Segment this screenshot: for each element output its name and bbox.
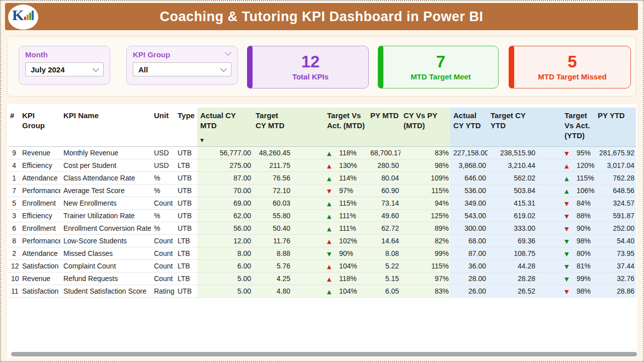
table-row[interactable]: 11SatisfactionStudent Satisfaction Score…	[8, 285, 636, 298]
cell-type[interactable]: UTB	[175, 147, 197, 159]
cell-target-vs-act-mtd[interactable]: ▲102%	[292, 235, 367, 247]
cell-target-vs-act-mtd[interactable]: ▲130%	[292, 159, 367, 172]
cell-py-ytd[interactable]: 28.86	[595, 285, 636, 298]
cell-py-mtd[interactable]: 80.04	[367, 172, 400, 185]
cell-actual-cy-ytd[interactable]: 646.00	[450, 172, 488, 185]
cell-target-cy-mtd[interactable]: 48,260.45	[253, 147, 292, 159]
cell-py-ytd[interactable]: 591.87	[595, 210, 636, 222]
cell-actual-cy-mtd[interactable]: 70.00	[197, 185, 253, 197]
cell-type[interactable]: UTB	[175, 185, 197, 197]
col-header-actual-cy-mtd[interactable]: Actual CY MTD ▼	[197, 108, 253, 147]
cell-target-vs-act-mtd[interactable]: ▲118%	[292, 147, 367, 159]
cell-unit[interactable]: %	[151, 185, 175, 197]
cell-target-vs-act-ytd[interactable]: ▼88%	[537, 210, 595, 222]
cell-kpi-name[interactable]: Class Attendance Rate	[60, 172, 151, 185]
cell-kpi-name[interactable]: Student Satisfaction Score	[60, 285, 151, 298]
cell-py-ytd[interactable]: 762.28	[595, 172, 636, 185]
cell-index[interactable]: 1	[8, 172, 19, 185]
cell-actual-cy-ytd[interactable]: 3,868.00	[450, 159, 488, 172]
cell-actual-cy-mtd[interactable]: 6.00	[197, 260, 253, 273]
cell-unit[interactable]: Rating	[151, 285, 175, 298]
cell-type[interactable]: LTB	[175, 159, 197, 172]
cell-py-ytd[interactable]: 54.40	[595, 235, 636, 247]
cell-py-ytd[interactable]: 252.00	[595, 222, 636, 235]
cell-kpi-group[interactable]: Attendance	[19, 172, 60, 185]
cell-unit[interactable]: Count	[151, 197, 175, 210]
cell-target-vs-act-mtd[interactable]: ▲115%	[292, 197, 367, 210]
cell-target-vs-act-ytd[interactable]: ▼90%	[537, 222, 595, 235]
cell-target-vs-act-ytd[interactable]: ▼81%	[537, 260, 595, 273]
cell-target-vs-act-mtd[interactable]: ▼90%	[292, 247, 367, 260]
cell-unit[interactable]: Count	[151, 235, 175, 247]
cell-actual-cy-ytd[interactable]: 300.00	[450, 222, 488, 235]
cell-actual-cy-mtd[interactable]: 275.00	[197, 159, 253, 172]
cell-py-mtd[interactable]: 49.60	[367, 210, 400, 222]
cell-target-cy-mtd[interactable]: 8.88	[253, 247, 292, 260]
cell-kpi-name[interactable]: Trainer Utilization Rate	[60, 210, 151, 222]
cell-unit[interactable]: Count	[151, 260, 175, 273]
cell-py-mtd[interactable]: 5.22	[367, 260, 400, 273]
col-header-kpi-group[interactable]: KPI Group	[19, 108, 60, 147]
cell-actual-cy-mtd[interactable]: 5.00	[197, 285, 253, 298]
cell-target-vs-act-ytd[interactable]: ▼98%	[537, 235, 595, 247]
table-row[interactable]: 7PerformanceAverage Test Score%UTB70.007…	[8, 185, 636, 197]
cell-target-cy-mtd[interactable]: 55.80	[253, 210, 292, 222]
cell-actual-cy-mtd[interactable]: 69.00	[197, 197, 253, 210]
cell-actual-cy-mtd[interactable]: 5.00	[197, 273, 253, 285]
col-header-index[interactable]: #	[8, 108, 19, 147]
table-row[interactable]: 8PerformanceLow-Score StudentsCountLTB12…	[8, 235, 636, 247]
cell-actual-cy-mtd[interactable]: 56.00	[197, 222, 253, 235]
cell-index[interactable]: 11	[8, 285, 19, 298]
cell-kpi-name[interactable]: Cost per Student	[60, 159, 151, 172]
cell-target-vs-act-ytd[interactable]: ▼95%	[537, 147, 595, 159]
table-row[interactable]: 2AttendanceMissed ClassesCountLTB8.008.8…	[8, 247, 636, 260]
cell-type[interactable]: UTB	[175, 210, 197, 222]
cell-target-vs-act-ytd[interactable]: ▲120%	[537, 159, 595, 172]
cell-target-cy-mtd[interactable]: 72.10	[253, 185, 292, 197]
cell-target-cy-mtd[interactable]: 4.25	[253, 273, 292, 285]
cell-target-cy-mtd[interactable]: 60.03	[253, 197, 292, 210]
cell-kpi-group[interactable]: Efficiency	[19, 159, 60, 172]
col-header-kpi-name[interactable]: KPI Name	[60, 108, 151, 147]
cell-target-cy-mtd[interactable]: 50.40	[253, 222, 292, 235]
cell-target-cy-ytd[interactable]: 26.52	[488, 285, 537, 298]
cell-py-mtd[interactable]: 62.72	[367, 222, 400, 235]
cell-target-cy-ytd[interactable]: 3,210.44	[488, 159, 537, 172]
cell-target-vs-act-ytd[interactable]: ▼80%	[537, 247, 595, 260]
cell-type[interactable]: UTB	[175, 285, 197, 298]
cell-cy-vs-py-mtd[interactable]: 83%	[400, 285, 450, 298]
month-dropdown[interactable]: July 2024	[25, 62, 104, 76]
cell-kpi-group[interactable]: Enrollment	[19, 197, 60, 210]
cell-actual-cy-ytd[interactable]: 36.00	[450, 260, 488, 273]
cell-target-cy-ytd[interactable]: 562.02	[488, 172, 537, 185]
col-header-target-vs-act-ytd[interactable]: Target Vs Act. (YTD)	[537, 108, 595, 147]
col-header-py-mtd[interactable]: PY MTD	[367, 108, 400, 147]
cell-index[interactable]: 8	[8, 235, 19, 247]
cell-actual-cy-ytd[interactable]: 68.00	[450, 235, 488, 247]
table-row[interactable]: 5EnrollmentNew EnrollmentsCountUTB69.006…	[8, 197, 636, 210]
cell-target-vs-act-mtd[interactable]: ▲111%	[292, 210, 367, 222]
cell-unit[interactable]: USD	[151, 147, 175, 159]
cell-py-ytd[interactable]: 3,017.04	[595, 159, 636, 172]
table-row[interactable]: 4EfficiencyCost per StudentUSDLTB275.002…	[8, 159, 636, 172]
cell-py-mtd[interactable]: 8.08	[367, 247, 400, 260]
cell-unit[interactable]: %	[151, 222, 175, 235]
cell-kpi-group[interactable]: Performance	[19, 185, 60, 197]
cell-py-mtd[interactable]: 60.90	[367, 185, 400, 197]
table-row[interactable]: 3EfficiencyTrainer Utilization Rate%UTB6…	[8, 210, 636, 222]
cell-py-mtd[interactable]: 73.14	[367, 197, 400, 210]
cell-target-vs-act-ytd[interactable]: ▼98%	[537, 285, 595, 298]
cell-index[interactable]: 12	[8, 260, 19, 273]
cell-cy-vs-py-mtd[interactable]: 109%	[400, 172, 450, 185]
col-header-py-ytd[interactable]: PY YTD	[595, 108, 636, 147]
cell-actual-cy-mtd[interactable]: 12.00	[197, 235, 253, 247]
cell-kpi-name[interactable]: Missed Classes	[60, 247, 151, 260]
cell-kpi-name[interactable]: Low-Score Students	[60, 235, 151, 247]
cell-target-cy-mtd[interactable]: 11.76	[253, 235, 292, 247]
table-row[interactable]: 10RevenueRefund RequestsCountLTB5.004.25…	[8, 273, 636, 285]
cell-cy-vs-py-mtd[interactable]: 94%	[400, 197, 450, 210]
table-row[interactable]: 6EnrollmentEnrollment Conversion Rate%UT…	[8, 222, 636, 235]
col-header-target-cy-ytd[interactable]: Target CY YTD	[488, 108, 537, 147]
cell-kpi-name[interactable]: Average Test Score	[60, 185, 151, 197]
cell-actual-cy-ytd[interactable]: 227,158.00	[450, 147, 488, 159]
